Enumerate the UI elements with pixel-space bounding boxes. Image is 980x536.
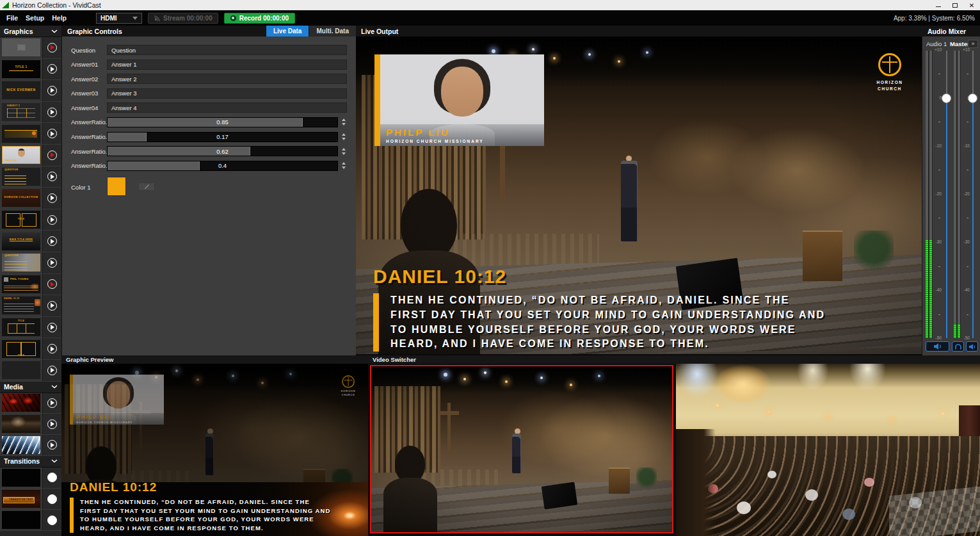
channel-label-master: Master: [950, 40, 970, 47]
field-input[interactable]: [107, 60, 347, 70]
menu-item[interactable]: Setup: [22, 14, 48, 22]
panel-title: Video Switcher: [373, 356, 416, 363]
output-device-select[interactable]: HDMI: [96, 13, 142, 24]
play-button[interactable]: [47, 398, 57, 408]
trigger-button[interactable]: [47, 473, 57, 482]
play-button[interactable]: [47, 440, 57, 450]
spin-down-button[interactable]: [342, 123, 346, 126]
play-button[interactable]: [47, 172, 57, 181]
tab-multi-data[interactable]: Multi. Data: [309, 26, 356, 37]
field-input[interactable]: [107, 74, 347, 84]
guest-name: PHILP LIU: [386, 127, 544, 138]
graphics-thumbnail[interactable]: TITLE 1: [0, 59, 42, 80]
play-button[interactable]: [47, 129, 57, 138]
graphics-thumbnail[interactable]: PHIL YOUNG: [0, 274, 42, 295]
graphics-thumbnail[interactable]: PHILP LIU: [0, 145, 42, 166]
fader-master[interactable]: [968, 51, 977, 338]
live-output-video: PHILP LIU HORIZON CHURCH MISSIONARY HORI…: [356, 37, 922, 354]
color-swatch[interactable]: [107, 177, 126, 196]
graphics-thumbnail[interactable]: TITLE: [0, 338, 42, 359]
spin-up-button[interactable]: [342, 162, 346, 165]
transition-thumbnail[interactable]: [0, 510, 42, 530]
menu-item[interactable]: Help: [48, 14, 70, 22]
ratio-slider[interactable]: 0.4: [107, 161, 338, 171]
spin-up-button[interactable]: [342, 148, 346, 150]
graphics-thumbnail[interactable]: QUESTION: [0, 252, 42, 273]
spin-down-button[interactable]: [342, 152, 346, 155]
menu-item[interactable]: File: [3, 14, 22, 22]
play-button[interactable]: [47, 150, 57, 160]
ratio-row: AnswerRatio... 0.17: [71, 132, 347, 142]
spin-up-button[interactable]: [342, 133, 346, 136]
stream-button[interactable]: Stream 00:00:00: [148, 13, 218, 24]
play-button[interactable]: [47, 366, 57, 375]
spin-up-button[interactable]: [342, 118, 346, 121]
field-label: Answer04: [71, 104, 107, 111]
camera-source-1-active[interactable]: [370, 365, 673, 533]
play-button[interactable]: [47, 236, 57, 246]
media-thumbnail[interactable]: [0, 435, 42, 455]
transitions-section-header[interactable]: Transitions: [0, 456, 61, 467]
monitor-headphones-button[interactable]: [952, 341, 964, 352]
play-button[interactable]: [47, 419, 57, 429]
fader-knob[interactable]: [942, 93, 951, 103]
fader-audio1[interactable]: [942, 51, 951, 338]
play-button[interactable]: [47, 344, 57, 353]
play-button[interactable]: [47, 215, 57, 225]
trigger-button[interactable]: [47, 516, 57, 525]
field-label: AnswerRatio...: [71, 162, 107, 169]
ratio-slider[interactable]: 0.17: [107, 132, 338, 142]
ratio-slider[interactable]: 0.62: [107, 146, 338, 156]
graphics-thumbnail[interactable]: SUBJECT 2: [0, 102, 42, 123]
play-button[interactable]: [47, 258, 57, 268]
graphics-thumbnail[interactable]: TITLE: [0, 317, 42, 338]
graphics-thumbnail[interactable]: DANIEL 10:12: [0, 295, 42, 316]
graphics-thumbnail[interactable]: QUESTION: [0, 166, 42, 188]
maximize-button[interactable]: [947, 0, 963, 10]
field-input[interactable]: [107, 88, 347, 99]
graphics-thumbnail[interactable]: DANIEL 10:12: [0, 123, 42, 144]
field-label: AnswerRatio...: [71, 133, 107, 140]
media-thumbnail[interactable]: [0, 414, 42, 434]
spin-down-button[interactable]: [342, 138, 346, 140]
play-button[interactable]: [47, 323, 57, 332]
media-item: [0, 435, 61, 456]
graphics-thumbnail[interactable]: MAIN TITLE HERE: [0, 231, 42, 252]
graphics-section-header[interactable]: Graphics: [0, 26, 61, 37]
record-button[interactable]: Record 00:00:00: [224, 13, 295, 24]
play-button[interactable]: [47, 43, 57, 53]
fader-knob[interactable]: [968, 93, 977, 103]
graphics-thumbnail[interactable]: [0, 37, 42, 58]
mute-master-button[interactable]: [966, 341, 978, 352]
play-button[interactable]: [47, 108, 57, 117]
app-window: Horizon Collection - VividCast ✕ FileSet…: [0, 0, 980, 536]
media-thumbnail[interactable]: [0, 393, 42, 414]
ratio-slider[interactable]: 0.85: [107, 117, 338, 127]
minimize-button[interactable]: [930, 0, 947, 10]
graphics-thumbnail[interactable]: NICK EVERMEN: [0, 80, 42, 101]
guest-role: HORIZON CHURCH MISSIONARY: [386, 139, 544, 143]
panel-title: Live Output: [356, 28, 398, 35]
spin-down-button[interactable]: [342, 166, 346, 169]
field-input[interactable]: [107, 102, 347, 113]
camera-source-2[interactable]: [676, 364, 980, 536]
graphics-thumbnail[interactable]: [0, 360, 42, 381]
play-button[interactable]: [47, 279, 57, 289]
play-button[interactable]: [47, 193, 57, 203]
graphics-thumbnail[interactable]: TITLE: [0, 209, 42, 231]
transition-thumbnail[interactable]: TRANSITION TEXT: [0, 489, 42, 509]
play-button[interactable]: [47, 301, 57, 311]
transition-thumbnail[interactable]: [0, 467, 42, 488]
field-input[interactable]: [107, 45, 347, 55]
graphics-thumbnail[interactable]: HORIZON COLLECTION: [0, 188, 42, 209]
graphics-item: QUESTION: [0, 252, 61, 274]
play-button[interactable]: [47, 86, 57, 95]
color-picker-button[interactable]: [138, 183, 155, 191]
play-button[interactable]: [47, 64, 57, 74]
media-section-header[interactable]: Media: [0, 382, 61, 393]
tab-live-data[interactable]: Live Data: [266, 26, 309, 37]
audio-mixer-panel: Audio Mixer Audio 1 Master » +100-10-20-…: [922, 26, 980, 355]
close-button[interactable]: ✕: [963, 0, 980, 10]
mute-audio1-button[interactable]: [926, 341, 949, 352]
trigger-button[interactable]: [47, 494, 57, 504]
